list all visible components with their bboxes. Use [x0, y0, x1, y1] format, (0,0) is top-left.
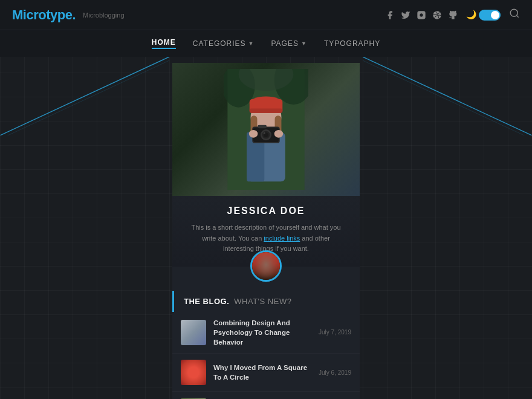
post-thumbnail	[181, 320, 206, 345]
svg-point-3	[510, 9, 517, 16]
nav-categories-label: CATEGORIES	[193, 39, 246, 48]
profile-name: JESSICA DOE	[187, 206, 345, 216]
person-with-camera-illustration	[224, 69, 308, 190]
svg-line-4	[516, 15, 518, 17]
svg-rect-28	[258, 125, 267, 128]
avatar	[250, 250, 282, 282]
blog-post[interactable]: Combining Design And Psychology To Chang…	[172, 312, 360, 354]
search-button[interactable]	[509, 8, 520, 22]
topbar-left: Microtype. Microblogging	[12, 7, 125, 23]
post-content: Why I Moved From A Square To A Circle	[213, 363, 311, 382]
facebook-icon[interactable]	[385, 10, 395, 20]
dribbble-icon[interactable]	[432, 10, 442, 20]
center-panel: JESSICA DOE This is a short description …	[172, 63, 360, 399]
social-icons	[385, 10, 458, 20]
blog-subtitle: WHAT'S NEW?	[234, 297, 291, 306]
moon-icon: 🌙	[466, 10, 476, 20]
avatar-image	[252, 252, 280, 280]
post-title[interactable]: Why I Moved From A Square To A Circle	[213, 363, 311, 382]
nav-item-categories[interactable]: CATEGORIES ▼	[193, 39, 255, 48]
blog-post[interactable]: Leaner Responsive Images With Client Hin…	[172, 392, 360, 399]
site-title-text: Microtype	[12, 7, 72, 22]
pages-chevron-icon: ▼	[301, 41, 307, 47]
post-thumbnail	[181, 360, 206, 385]
svg-point-27	[264, 132, 265, 134]
svg-point-29	[249, 130, 258, 138]
blog-title: THE BLOG.	[184, 297, 229, 306]
site-title-dot: .	[72, 7, 76, 22]
post-date: July 7, 2019	[319, 329, 351, 336]
categories-chevron-icon: ▼	[248, 41, 255, 47]
hero-image	[172, 63, 360, 196]
svg-point-30	[274, 130, 284, 138]
blog-post[interactable]: Why I Moved From A Square To A Circle Ju…	[172, 354, 360, 392]
nav-item-home[interactable]: HOME	[152, 38, 176, 49]
toggle-thumb	[491, 11, 499, 19]
instagram-icon[interactable]	[417, 10, 426, 20]
topbar: Microtype. Microblogging 🌙	[0, 0, 532, 30]
nav-item-pages[interactable]: PAGES ▼	[271, 39, 307, 48]
svg-rect-19	[250, 108, 283, 112]
profile-section: JESSICA DOE This is a short description …	[172, 196, 360, 267]
site-title: Microtype.	[12, 7, 76, 23]
main-nav: HOME CATEGORIES ▼ PAGES ▼ TYPOGRAPHY	[0, 30, 532, 57]
toggle-track[interactable]	[479, 10, 501, 21]
post-title[interactable]: Combining Design And Psychology To Chang…	[213, 318, 311, 347]
site-tagline: Microblogging	[83, 11, 124, 19]
nav-item-typography[interactable]: TYPOGRAPHY	[324, 39, 380, 48]
blog-header: THE BLOG. WHAT'S NEW?	[172, 291, 360, 312]
github-icon[interactable]	[448, 10, 458, 20]
profile-bio-link[interactable]: include links	[264, 235, 300, 242]
topbar-right: 🌙	[385, 8, 520, 22]
theme-toggle[interactable]: 🌙	[466, 10, 501, 21]
post-content: Combining Design And Psychology To Chang…	[213, 318, 311, 347]
main-content: JESSICA DOE This is a short description …	[0, 57, 532, 399]
blog-section: THE BLOG. WHAT'S NEW? Combining Design A…	[172, 291, 360, 399]
post-date: July 6, 2019	[319, 369, 351, 376]
twitter-icon[interactable]	[401, 10, 410, 20]
